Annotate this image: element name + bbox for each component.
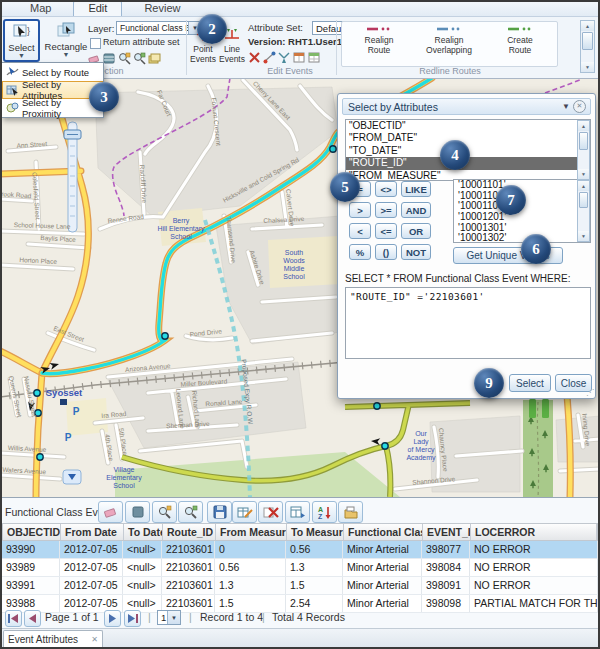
proximity-select-icon xyxy=(6,102,19,114)
previous-page-button[interactable] xyxy=(24,610,41,627)
value-list[interactable]: '10001101''10001102''10001103''10001201'… xyxy=(453,179,591,243)
attribute-set-stack-icon[interactable] xyxy=(148,51,161,64)
pan-to-selection-button[interactable] xyxy=(178,501,203,523)
column-header-event-id[interactable]: EVENT_ID xyxy=(423,524,471,540)
map-label: Our xyxy=(415,430,427,437)
table-row[interactable]: 939912012-07-05<null>221036011.31.5Minor… xyxy=(2,577,598,595)
column-header-objectid[interactable]: OBJECTID xyxy=(3,524,61,540)
field-list-scrollbar[interactable]: ▲▼ xyxy=(577,120,590,180)
field-item[interactable]: "FROM_DATE" xyxy=(346,132,590,144)
ribbon-scrollbar[interactable]: ▲ ▼ xyxy=(580,20,595,73)
realign-route-button[interactable]: Realign Route xyxy=(350,24,408,64)
delete-record-button[interactable] xyxy=(258,501,283,523)
tab-edit[interactable]: Edit xyxy=(73,0,122,16)
table-cell: 22103601 xyxy=(162,541,215,558)
column-header-locerror[interactable]: LOCERROR xyxy=(471,524,597,540)
first-page-button[interactable] xyxy=(5,610,22,627)
event-table-green-icon[interactable] xyxy=(308,50,321,63)
sort-button[interactable]: AZ xyxy=(312,501,337,523)
rectangle-caret-icon[interactable]: ▼ xyxy=(63,52,70,58)
return-attribute-set-checkbox[interactable] xyxy=(90,38,101,49)
menu-item-label: Select by Proximity xyxy=(22,97,100,119)
page-number-arrow-icon[interactable]: ▼ xyxy=(167,611,180,624)
event-attributes-tab-label: Event Attributes xyxy=(8,634,78,645)
column-header-to-date[interactable]: To Date xyxy=(124,524,163,540)
zoom-to-selection-button[interactable] xyxy=(152,501,177,523)
table-cell: 93991 xyxy=(2,577,60,594)
pan-to-selection-icon[interactable] xyxy=(133,51,146,64)
select-button[interactable]: } Select ▼ xyxy=(3,19,40,62)
menu-item-select-by-proximity[interactable]: Select by Proximity xyxy=(2,99,103,117)
split-event-icon[interactable] xyxy=(263,50,276,63)
redline-routes-panel: Realign Route Realign Overlapping Create… xyxy=(341,21,558,67)
delete-event-icon[interactable] xyxy=(248,50,261,63)
table-cell: NO ERROR xyxy=(470,541,598,558)
where-clause-input[interactable]: "ROUTE_ID" ='22103601' xyxy=(345,287,591,359)
tab-close-icon[interactable]: ✕ xyxy=(91,635,98,644)
operator-button-<=[interactable]: <= xyxy=(375,223,397,239)
ribbon-scroll-up-icon[interactable]: ▲ xyxy=(581,21,594,31)
column-header-from-measure[interactable]: From Measure xyxy=(216,524,287,540)
table-row[interactable]: 939902012-07-05<null>2210360100.56Minor … xyxy=(2,541,598,559)
operator-button-AND[interactable]: AND xyxy=(401,202,431,218)
column-header-from-date[interactable]: From Date xyxy=(61,524,124,540)
create-route-button[interactable]: Create Route xyxy=(492,24,548,64)
tab-map[interactable]: Map xyxy=(16,1,65,16)
map-label: P xyxy=(73,406,80,417)
redline-routes-group-label: Redline Routes xyxy=(410,66,490,76)
field-item[interactable]: "OBJECTID" xyxy=(346,120,590,132)
save-button[interactable] xyxy=(207,501,232,523)
operator-button-%[interactable]: % xyxy=(349,244,371,260)
selection-table-icon[interactable] xyxy=(103,51,116,64)
select-confirm-button[interactable]: Select xyxy=(509,374,551,392)
ribbon-scroll-thumb[interactable] xyxy=(582,32,593,50)
operator-button-<[interactable]: < xyxy=(349,223,371,239)
table-cell: <null> xyxy=(123,559,162,576)
operator-button-NOT[interactable]: NOT xyxy=(401,244,431,260)
table-cell: 1.3 xyxy=(215,577,286,594)
dialog-resize-grip[interactable]: ⋰ xyxy=(586,388,593,397)
column-header-route-id[interactable]: Route_ID xyxy=(163,524,216,540)
clear-selection-button[interactable] xyxy=(98,501,123,523)
highway-median-2 xyxy=(542,399,549,418)
next-page-button[interactable] xyxy=(104,610,121,627)
table-options-button[interactable] xyxy=(285,501,310,523)
tab-review[interactable]: Review xyxy=(130,1,194,16)
operator-button->=[interactable]: >= xyxy=(375,202,397,218)
operator-button-LIKE[interactable]: LIKE xyxy=(401,181,431,197)
rectangle-button[interactable]: Rectangle ▼ xyxy=(45,22,87,62)
operator-button->[interactable]: > xyxy=(349,202,371,218)
table-title: Functional Class Event xyxy=(5,506,112,518)
callout-5: 5 xyxy=(330,172,360,202)
dialog-header[interactable]: Select by Attributes ▼ ✕ xyxy=(342,98,591,115)
operator-button-<>[interactable]: <> xyxy=(375,181,397,197)
table-row[interactable]: 939892012-07-05<null>221036010.561.3Mino… xyxy=(2,559,598,577)
event-table-red-icon[interactable] xyxy=(293,50,306,63)
zoom-to-selection-icon[interactable] xyxy=(118,51,131,64)
operator-button-OR[interactable]: OR xyxy=(401,223,431,239)
dialog-menu-arrow-icon[interactable]: ▼ xyxy=(559,102,573,111)
table-cell: 398084 xyxy=(422,559,470,576)
line-events-label: Line xyxy=(224,44,240,54)
table-cell: 2012-07-05 xyxy=(60,541,123,558)
highlight-selection-button[interactable] xyxy=(125,501,150,523)
operator-button-()[interactable]: () xyxy=(375,244,397,260)
edit-attributes-button[interactable] xyxy=(232,501,257,523)
dialog-close-icon[interactable]: ✕ xyxy=(573,100,586,113)
realign-overlapping-button[interactable]: Realign Overlapping xyxy=(414,24,484,64)
last-page-button[interactable] xyxy=(124,610,141,627)
column-header-to-measure[interactable]: To Measure xyxy=(287,524,344,540)
select-caret-icon[interactable]: ▼ xyxy=(18,53,25,59)
event-attributes-tab[interactable]: Event Attributes ✕ xyxy=(3,630,103,648)
attributes-select-icon xyxy=(6,84,19,96)
page-number-combo[interactable]: 1 ▼ xyxy=(157,610,181,625)
value-list-scrollbar[interactable]: ▲▼ xyxy=(577,180,590,242)
page-number-value: 1 xyxy=(158,612,167,623)
open-attributes-button[interactable] xyxy=(338,501,363,523)
ribbon-scroll-down-icon[interactable]: ▼ xyxy=(581,62,594,72)
where-label: SELECT * FROM Functional Class Event WHE… xyxy=(345,273,570,284)
map-dropdown-button[interactable] xyxy=(63,470,81,484)
column-header-functional-class[interactable]: Functional Class xyxy=(344,524,423,540)
map-label: Woods xyxy=(283,257,305,264)
merge-event-icon[interactable] xyxy=(278,50,291,63)
